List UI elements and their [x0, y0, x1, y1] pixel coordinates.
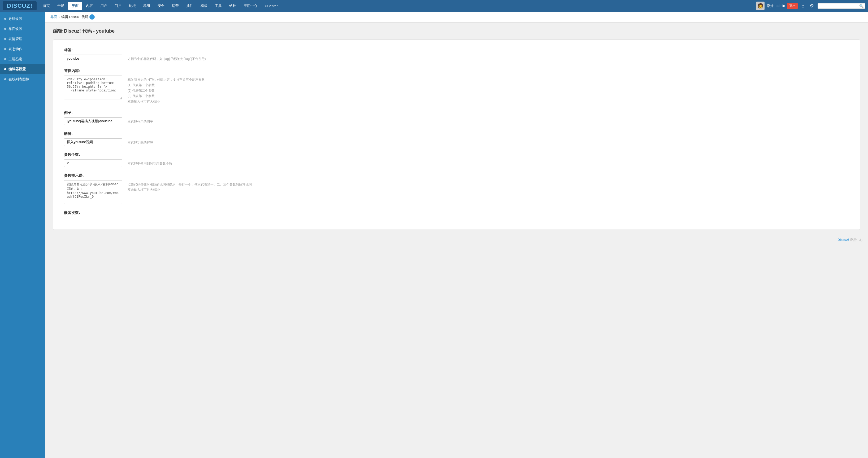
params-tip-label: 参数提示语: — [64, 173, 849, 178]
replace-hint2: (1) 代表第一个参数 — [128, 83, 205, 88]
example-hint: 本代码作用的例子 — [128, 118, 153, 124]
nav-global[interactable]: 全局 — [54, 2, 68, 10]
nav-items: 首页 全局 界面 内容 用户 门户 论坛 群组 安全 运营 插件 模板 工具 站… — [39, 2, 756, 10]
sidebar-dot — [4, 48, 6, 50]
nav-operation[interactable]: 运营 — [168, 2, 183, 10]
tag-hint: 方括号中的标签代码，如 [tag] 的标签为 "tag"(不含引号) — [128, 55, 206, 62]
nav-forum[interactable]: 论坛 — [125, 2, 140, 10]
nav-appcenter[interactable]: 应用中心 — [240, 2, 261, 10]
sidebar-item-online-icons[interactable]: 在线列表图标 — [0, 74, 45, 84]
page-title: 编辑 Discuz! 代码 - youtube — [53, 28, 860, 34]
nav-security[interactable]: 安全 — [154, 2, 168, 10]
nesting-row: 嵌套次数: — [64, 210, 849, 215]
replace-hint3: (2) 代表第二个参数 — [128, 88, 205, 93]
sidebar-item-theme[interactable]: 主题鉴定 — [0, 54, 45, 64]
explain-label: 解释: — [64, 131, 849, 136]
sidebar: 导航设置 界面设置 表情管理 表态动作 主题鉴定 编辑器设置 在线列表图标 — [0, 12, 45, 458]
sidebar-item-nav[interactable]: 导航设置 — [0, 14, 45, 24]
sidebar-dot — [4, 28, 6, 30]
replace-row: 替换内容: <div style="position: relative; pa… — [64, 69, 849, 104]
breadcrumb-current: 编辑 Discuz! 代码 — [61, 14, 88, 19]
tag-input[interactable] — [64, 55, 122, 62]
avatar: 🧑 — [756, 2, 765, 10]
tag-label: 标签: — [64, 48, 849, 53]
search-input[interactable] — [819, 4, 859, 8]
nav-tools[interactable]: 工具 — [211, 2, 225, 10]
tag-row: 标签: 方括号中的标签代码，如 [tag] 的标签为 "tag"(不含引号) — [64, 48, 849, 62]
top-nav: DISCUZ! 首页 全局 界面 内容 用户 门户 论坛 群组 安全 运营 插件… — [0, 0, 868, 12]
nav-portal[interactable]: 门户 — [111, 2, 125, 10]
explain-input[interactable] — [64, 138, 122, 146]
params-count-row-inner: 本代码中使用到的动态参数个数 — [64, 159, 849, 167]
breadcrumb: 界面 » 编辑 Discuz! 代码 + — [45, 12, 868, 23]
params-tip-hint: 点击代码按钮时相应的说明和提示，每行一个，依次代表第一、二、三个参数的解释说明 … — [128, 180, 252, 193]
nav-home[interactable]: 首页 — [39, 2, 54, 10]
search-box: 🔍 — [817, 3, 865, 9]
layout: 导航设置 界面设置 表情管理 表态动作 主题鉴定 编辑器设置 在线列表图标 — [0, 12, 868, 458]
replace-label: 替换内容: — [64, 69, 849, 73]
nav-user[interactable]: 用户 — [97, 2, 111, 10]
sidebar-dot — [4, 18, 6, 20]
breadcrumb-root[interactable]: 界面 — [51, 14, 57, 19]
sidebar-item-editor[interactable]: 编辑器设置 — [0, 64, 45, 74]
nav-interface[interactable]: 界面 — [68, 2, 82, 10]
params-count-row: 参数个数: 本代码中使用到的动态参数个数 — [64, 153, 849, 167]
params-count-hint: 本代码中使用到的动态参数个数 — [128, 159, 172, 166]
sidebar-dot — [4, 78, 6, 80]
footer: Discuz! 应用中心 — [45, 235, 868, 245]
greeting-text: 您好, admin — [767, 3, 785, 8]
params-tip-row: 参数提示语: 视频页面点击分享-嵌入-复制embed网址，如：https://w… — [64, 173, 849, 204]
sidebar-item-interface[interactable]: 界面设置 — [0, 24, 45, 34]
example-row: 例子: 本代码作用的例子 — [64, 110, 849, 125]
logo[interactable]: DISCUZ! — [3, 1, 37, 10]
replace-textarea[interactable]: <div style="position: relative; padding-… — [64, 75, 122, 99]
replace-row-inner: <div style="position: relative; padding-… — [64, 75, 849, 104]
replace-hint1: 标签替换为的 HTML 代码内容，支持至多三个动态参数 — [128, 77, 205, 83]
replace-hint: 标签替换为的 HTML 代码内容，支持至多三个动态参数 (1) 代表第一个参数 … — [128, 75, 205, 104]
params-tip-hint1: 点击代码按钮时相应的说明和提示，每行一个，依次代表第一、二、三个参数的解释说明 — [128, 182, 252, 187]
breadcrumb-sep: » — [58, 15, 60, 19]
sidebar-item-reaction[interactable]: 表态动作 — [0, 44, 45, 54]
settings-icon[interactable]: ⚙ — [808, 2, 815, 9]
params-tip-row-inner: 视频页面点击分享-嵌入-复制embed网址，如：https://www.yout… — [64, 180, 849, 204]
nav-sitemaster[interactable]: 站长 — [225, 2, 240, 10]
params-count-input[interactable] — [64, 159, 122, 167]
add-code-button[interactable]: + — [89, 14, 95, 20]
explain-row-inner: 本代码功能的解释 — [64, 138, 849, 146]
nav-group[interactable]: 群组 — [140, 2, 154, 10]
example-row-inner: 本代码作用的例子 — [64, 118, 849, 125]
example-input[interactable] — [64, 118, 122, 125]
explain-row: 解释: 本代码功能的解释 — [64, 131, 849, 146]
logout-button[interactable]: 退出 — [787, 3, 798, 9]
sidebar-item-emoji[interactable]: 表情管理 — [0, 34, 45, 44]
tag-row-inner: 方括号中的标签代码，如 [tag] 的标签为 "tag"(不含引号) — [64, 55, 849, 62]
replace-hint5: 双击输入框可扩大/缩小 — [128, 99, 205, 104]
params-tip-textarea[interactable]: 视频页面点击分享-嵌入-复制embed网址，如：https://www.yout… — [64, 180, 122, 204]
nav-right: 🧑 您好, admin 退出 ⌂ ⚙ 🔍 — [756, 2, 865, 10]
explain-hint: 本代码功能的解释 — [128, 138, 153, 145]
content-area: 编辑 Discuz! 代码 - youtube 标签: 方括号中的标签代码，如 … — [45, 23, 868, 235]
main-content: 界面 » 编辑 Discuz! 代码 + 编辑 Discuz! 代码 - you… — [45, 12, 868, 458]
params-count-label: 参数个数: — [64, 153, 849, 157]
nav-template[interactable]: 模板 — [197, 2, 211, 10]
params-tip-hint2: 双击输入框可扩大/缩小 — [128, 187, 252, 192]
nav-content[interactable]: 内容 — [82, 2, 97, 10]
nav-plugin[interactable]: 插件 — [183, 2, 197, 10]
sidebar-dot — [4, 38, 6, 40]
nesting-label: 嵌套次数: — [64, 210, 849, 215]
sidebar-dot — [4, 58, 6, 60]
nav-ucenter[interactable]: UCenter — [261, 2, 281, 9]
replace-hint4: (3) 代表第三个参数 — [128, 93, 205, 99]
sidebar-dot — [4, 68, 6, 70]
home-icon[interactable]: ⌂ — [800, 3, 806, 9]
example-label: 例子: — [64, 110, 849, 115]
search-icon[interactable]: 🔍 — [859, 4, 864, 8]
footer-logo: Discuz! 应用中心 — [837, 238, 863, 242]
form-card: 标签: 方括号中的标签代码，如 [tag] 的标签为 "tag"(不含引号) 替… — [53, 39, 860, 230]
